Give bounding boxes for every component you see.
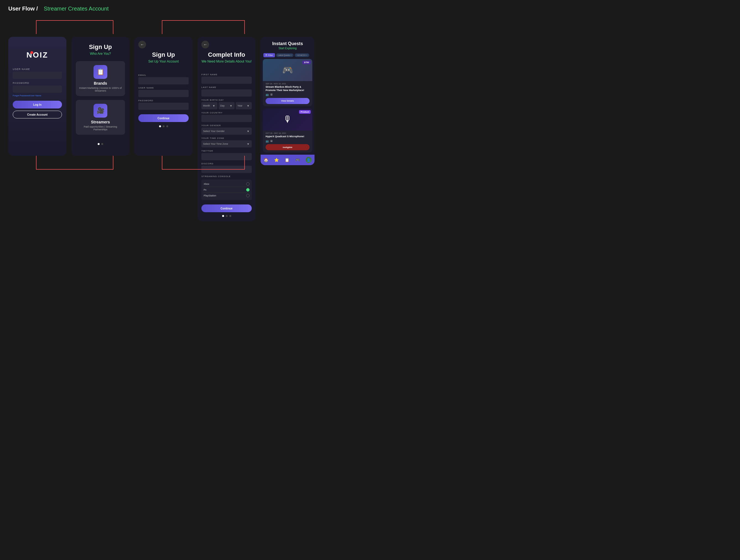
brands-card[interactable]: 📋 Brands Instant Marketing | Access to 1… xyxy=(76,61,125,96)
quests-title: Instant Quests xyxy=(264,41,311,46)
username-label-s2: USER NAME xyxy=(138,87,189,89)
screen-signup-setup: ← Sign Up Set Up Your Account EMAIL USER… xyxy=(134,37,193,156)
birthday-row: Month ▼ Day ▼ Year ▼ xyxy=(201,102,252,109)
continue-button-complete[interactable]: Continue xyxy=(201,204,252,212)
console-section: Xbox Pc PlayStation xyxy=(201,180,252,200)
logo-dot xyxy=(30,51,33,54)
quest2-info: OCT 28 - DEC 16, 2021 HyperX Quadcast S … xyxy=(263,130,312,153)
quest-nav-bar: 🏠 ⭐ 📋 🎮 👤 xyxy=(261,155,314,165)
password-input-s2[interactable] xyxy=(138,103,189,110)
country-label: YOUR COUNTRY xyxy=(201,111,252,114)
year-select[interactable]: Year xyxy=(236,102,252,109)
s2-dot-2 xyxy=(163,125,165,127)
breadcrumb: Streamer Creates Account xyxy=(44,6,109,12)
quest1-image: 🎮 $750 xyxy=(263,59,312,81)
complete-subtitle: We Need More Details About You! xyxy=(201,60,252,63)
flow-box-top-left xyxy=(36,20,113,34)
twitter-input[interactable] xyxy=(201,153,252,160)
quests-filter-bar: ☰ Filter Latest Quests × +10 ACCV × xyxy=(261,52,314,59)
console-playstation[interactable]: PlayStation xyxy=(204,193,250,198)
main-content: NOIZ USER NAME PASSWORD Forgot Password/… xyxy=(0,17,740,232)
header: User Flow / Streamer Creates Account xyxy=(0,0,740,17)
windows-icon: 🖥 xyxy=(270,93,273,96)
continue-button-s2[interactable]: Continue xyxy=(138,114,189,122)
console-playstation-label: PlayStation xyxy=(204,194,216,197)
gender-select[interactable]: Select Your Gender Male Female Other xyxy=(201,127,252,135)
lastname-input[interactable] xyxy=(201,89,252,97)
quest2-image: 🎙 Product xyxy=(263,108,312,130)
view-details-button-1[interactable]: View Details xyxy=(266,98,309,104)
streamers-desc: Paid opportunities | Streaming Partnersh… xyxy=(79,125,122,131)
filter-button[interactable]: ☰ Filter xyxy=(263,53,275,57)
firstname-input[interactable] xyxy=(201,77,252,84)
signup2-dots xyxy=(138,125,189,127)
username-input-s2[interactable] xyxy=(138,90,189,97)
complete-title: Complet Info xyxy=(201,51,252,59)
streamers-name: Streamers xyxy=(91,120,110,124)
brands-desc: Instant Marketing | Access to 1000's of … xyxy=(79,87,122,92)
tag-latest-quests[interactable]: Latest Quests × xyxy=(276,54,293,57)
signup1-dots xyxy=(98,143,103,145)
logo-text: NOIZ xyxy=(26,51,49,60)
quest2-platform-icons: 📺 🖥 xyxy=(266,139,309,143)
email-label: EMAIL xyxy=(138,74,189,76)
pc-radio[interactable] xyxy=(246,188,250,191)
ineligible-button[interactable]: Ineligible xyxy=(266,144,309,150)
screen-complete-info: ← Complet Info We Need More Details Abou… xyxy=(197,37,256,221)
day-wrapper: Day ▼ xyxy=(218,102,235,109)
country-input[interactable] xyxy=(201,115,252,122)
signup2-title: Sign Up xyxy=(138,51,189,59)
email-input[interactable] xyxy=(138,77,189,84)
xbox-radio[interactable] xyxy=(246,182,250,186)
signup1-subtitle: Who Are You? xyxy=(90,52,111,56)
nav-star-icon[interactable]: ⭐ xyxy=(274,158,279,162)
console-pc-label: Pc xyxy=(204,188,207,191)
nav-controller-icon[interactable]: 🎮 xyxy=(295,158,300,162)
username-label: USER NAME xyxy=(13,68,62,71)
noiz-logo: NOIZ xyxy=(26,51,49,60)
dot-1 xyxy=(98,143,100,145)
signup1-title: Sign Up xyxy=(89,43,112,51)
back-button-signup2[interactable]: ← xyxy=(138,41,146,49)
username-input[interactable] xyxy=(13,72,62,79)
quest1-platform-icons: 📺 🖥 xyxy=(266,93,309,96)
discord-input[interactable] xyxy=(201,166,252,173)
quest1-date: SEP 28 - NOV 16, 2021 xyxy=(266,83,309,85)
nav-home-icon[interactable]: 🏠 xyxy=(264,158,268,162)
console-pc[interactable]: Pc xyxy=(204,187,250,193)
create-account-button[interactable]: Create Account xyxy=(13,111,62,118)
quest1-badge: $750 xyxy=(302,61,311,64)
quest1-info: SEP 28 - NOV 16, 2021 Stream Blankos Blo… xyxy=(263,81,312,106)
gender-wrapper: Select Your Gender Male Female Other ▼ xyxy=(201,127,252,135)
back-button-complete[interactable]: ← xyxy=(201,41,209,49)
year-wrapper: Year ▼ xyxy=(236,102,252,109)
console-xbox[interactable]: Xbox xyxy=(204,181,250,187)
streamers-icon: 🎥 xyxy=(93,104,107,118)
timezone-wrapper: Select Your Time Zone EST PST GMT ▼ xyxy=(201,140,252,148)
twitter-label: TWITTER xyxy=(201,150,252,152)
month-wrapper: Month ▼ xyxy=(201,102,217,109)
login-button[interactable]: Log In xyxy=(13,101,62,108)
day-select[interactable]: Day xyxy=(218,102,235,109)
tag-accv[interactable]: +10 ACCV × xyxy=(295,54,309,57)
twitch-icon-2: 📺 xyxy=(266,139,269,143)
nav-avatar[interactable]: 👤 xyxy=(306,157,312,163)
twitch-icon: 📺 xyxy=(266,93,269,96)
playstation-radio[interactable] xyxy=(246,194,250,197)
quest-card-2: 🎙 Product OCT 28 - DEC 16, 2021 HyperX Q… xyxy=(263,108,312,153)
timezone-select[interactable]: Select Your Time Zone EST PST GMT xyxy=(201,140,252,148)
quest2-name: HyperX Quadcast S Microphone! xyxy=(266,135,309,138)
windows-icon-2: 🖥 xyxy=(270,139,273,143)
nav-list-icon[interactable]: 📋 xyxy=(285,158,289,162)
complete-dots xyxy=(201,215,252,217)
console-xbox-label: Xbox xyxy=(204,183,209,185)
month-select[interactable]: Month xyxy=(201,102,217,109)
signup2-subtitle: Set Up Your Account xyxy=(138,60,189,63)
lastname-label: LAST NAME xyxy=(201,86,252,89)
streamers-card[interactable]: 🎥 Streamers Paid opportunities | Streami… xyxy=(76,100,125,135)
dot-2 xyxy=(101,143,103,145)
password-input[interactable] xyxy=(13,86,62,93)
screen-signup-whoareyou: Sign Up Who Are You? 📋 Brands Instant Ma… xyxy=(71,37,129,156)
forgot-link[interactable]: Forgot Password/User Name xyxy=(13,94,62,97)
discord-label: DISCORD xyxy=(201,162,252,165)
